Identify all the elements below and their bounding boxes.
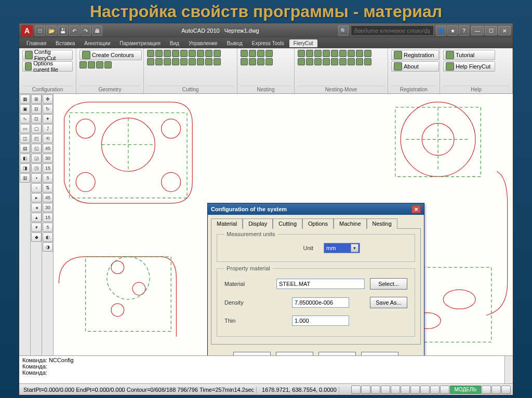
- tool-icon[interactable]: ◑: [43, 242, 53, 252]
- select-button[interactable]: Select...: [370, 278, 407, 290]
- infocenter-icon[interactable]: 👤: [436, 25, 446, 36]
- tool-icon[interactable]: 45: [43, 144, 53, 153]
- tutorial-button[interactable]: Tutorial: [443, 50, 495, 60]
- tool-icon[interactable]: ↻: [43, 104, 53, 114]
- tool-icon[interactable]: ▦: [20, 94, 30, 104]
- nest-icon[interactable]: [265, 50, 273, 57]
- move-icon[interactable]: [348, 58, 355, 65]
- move-icon[interactable]: [298, 50, 305, 57]
- move-icon[interactable]: [331, 50, 338, 57]
- tool-icon[interactable]: ▾: [31, 223, 42, 232]
- tool-icon[interactable]: 5: [43, 223, 53, 232]
- qat-save-icon[interactable]: 💾: [58, 25, 68, 36]
- material-input[interactable]: [276, 279, 365, 289]
- cut-icon[interactable]: [205, 50, 212, 57]
- command-line[interactable]: Команда: NCConfig Команда: Команда:: [19, 355, 513, 383]
- geo-icon-1[interactable]: [79, 61, 87, 68]
- create-contours-button[interactable]: Create Contours: [79, 50, 142, 60]
- move-icon[interactable]: [323, 58, 330, 65]
- tool-icon[interactable]: 45: [43, 193, 53, 202]
- move-icon[interactable]: [298, 58, 305, 65]
- search-icon[interactable]: 🔍: [338, 25, 349, 36]
- move-icon[interactable]: [348, 50, 355, 57]
- tool-icon[interactable]: ◫: [20, 134, 30, 143]
- tool-icon[interactable]: ▢: [31, 124, 42, 133]
- cut-icon[interactable]: [147, 58, 154, 65]
- move-icon[interactable]: [314, 50, 322, 57]
- tab-material[interactable]: Material: [211, 218, 243, 229]
- move-icon[interactable]: [356, 50, 363, 57]
- tool-icon[interactable]: ◂: [31, 203, 42, 212]
- cut-icon[interactable]: [214, 58, 221, 65]
- tool-icon[interactable]: 30: [43, 203, 53, 212]
- status-toggle[interactable]: [371, 386, 380, 394]
- tool-icon[interactable]: ⤴: [43, 124, 53, 133]
- tab-insert[interactable]: Вставка: [51, 39, 79, 47]
- nest-icon[interactable]: [265, 58, 273, 65]
- save-as-button[interactable]: Save As...: [370, 297, 407, 308]
- tab-annotate[interactable]: Аннотации: [80, 39, 114, 47]
- geo-icon-2[interactable]: [88, 61, 95, 68]
- density-input[interactable]: [292, 297, 349, 308]
- move-icon[interactable]: [306, 58, 313, 65]
- cut-icon[interactable]: [164, 58, 171, 65]
- tool-icon[interactable]: ◳: [31, 163, 42, 173]
- tab-express[interactable]: Express Tools: [248, 39, 288, 47]
- thin-input[interactable]: [292, 315, 349, 326]
- chevron-down-icon[interactable]: ▼: [351, 244, 358, 252]
- tool-icon[interactable]: ✦: [43, 114, 53, 123]
- nest-icon[interactable]: [241, 50, 248, 57]
- tool-icon[interactable]: ◧: [20, 154, 30, 163]
- move-icon[interactable]: [339, 50, 347, 57]
- tool-icon[interactable]: ▴: [31, 213, 42, 222]
- nest-icon[interactable]: [249, 50, 256, 57]
- cut-icon[interactable]: [205, 58, 212, 65]
- qat-redo-icon[interactable]: ↷: [81, 25, 91, 36]
- tool-icon[interactable]: ◆: [31, 232, 42, 242]
- tool-icon[interactable]: ▥: [20, 173, 30, 183]
- about-button[interactable]: About: [391, 61, 439, 72]
- app-logo-icon[interactable]: A: [21, 25, 33, 36]
- cut-icon[interactable]: [164, 50, 171, 57]
- geo-icon-4[interactable]: [104, 61, 112, 68]
- qat-print-icon[interactable]: 🖶: [92, 25, 102, 36]
- tab-nesting[interactable]: Nesting: [367, 218, 397, 229]
- move-icon[interactable]: [331, 58, 338, 65]
- nest-icon[interactable]: [241, 58, 248, 65]
- cut-icon[interactable]: [189, 58, 196, 65]
- nest-icon[interactable]: [257, 50, 264, 57]
- tool-icon[interactable]: ⊟: [31, 104, 42, 114]
- move-icon[interactable]: [356, 58, 363, 65]
- drawing-canvas[interactable]: Configuration of the system ✕ Material D…: [54, 94, 513, 355]
- tool-icon[interactable]: ▪: [31, 173, 42, 183]
- tool-icon[interactable]: ▸: [31, 193, 42, 202]
- tool-icon[interactable]: ◲: [31, 154, 42, 163]
- cut-icon[interactable]: [172, 50, 179, 57]
- tool-icon[interactable]: ◐: [43, 232, 53, 242]
- tool-icon[interactable]: ⇅: [43, 183, 53, 193]
- tab-options[interactable]: Options: [302, 218, 334, 229]
- registration-button[interactable]: Registration: [391, 50, 439, 60]
- tab-output[interactable]: Вывод: [223, 39, 247, 47]
- tool-icon[interactable]: ▫: [31, 183, 42, 193]
- move-icon[interactable]: [306, 50, 313, 57]
- tab-view[interactable]: Вид: [166, 39, 183, 47]
- tab-fierycut[interactable]: FieryCut: [289, 39, 317, 47]
- status-toggle[interactable]: [351, 386, 361, 394]
- tool-icon[interactable]: ⊡: [31, 114, 42, 123]
- cut-icon[interactable]: [214, 50, 221, 57]
- star-icon[interactable]: ★: [447, 25, 458, 36]
- status-toggle[interactable]: [391, 386, 400, 394]
- tool-icon[interactable]: 15: [43, 213, 53, 222]
- tab-display[interactable]: Display: [243, 218, 273, 229]
- options-file-button[interactable]: Options curent file: [22, 61, 73, 72]
- status-toggle[interactable]: [501, 386, 511, 394]
- unit-combo[interactable]: mm ▼: [324, 243, 360, 253]
- move-icon[interactable]: [323, 50, 330, 57]
- qat-open-icon[interactable]: 📂: [46, 25, 57, 36]
- tab-cutting[interactable]: Cutting: [273, 218, 302, 229]
- cut-icon[interactable]: [189, 50, 196, 57]
- cut-icon[interactable]: [197, 50, 204, 57]
- status-toggle[interactable]: [491, 386, 501, 394]
- dialog-titlebar[interactable]: Configuration of the system ✕: [208, 203, 424, 215]
